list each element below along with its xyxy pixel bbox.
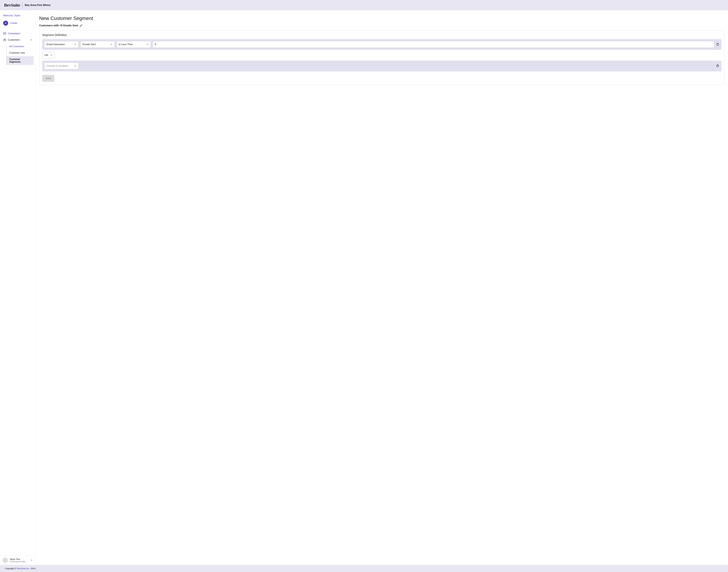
edit-icon[interactable] bbox=[80, 24, 82, 27]
app-logo: BevSuite bbox=[4, 3, 20, 8]
condition-row-1: Email Interaction Emails Sent Is Less Th… bbox=[42, 39, 721, 50]
plus-icon bbox=[3, 21, 8, 26]
sidebar-item-label: Campaigns bbox=[8, 32, 20, 35]
chevron-right-icon bbox=[30, 559, 33, 562]
trash-icon bbox=[716, 43, 719, 46]
main-content: New Customer Segment Customers with <5 E… bbox=[36, 10, 728, 565]
footer-suffix: 2023 bbox=[30, 567, 35, 570]
sidebar-item-customers[interactable]: Customers bbox=[0, 37, 35, 43]
create-button[interactable]: Create bbox=[3, 21, 32, 26]
condition-field-select[interactable]: Emails Sent bbox=[80, 41, 115, 48]
page-title: New Customer Segment bbox=[39, 15, 725, 21]
user-email: verylongname@e... bbox=[10, 560, 28, 563]
save-button[interactable]: Save bbox=[42, 75, 54, 82]
select-value: OR bbox=[45, 54, 49, 57]
condition-category-select[interactable]: Choose a Condition bbox=[44, 63, 79, 69]
svg-rect-4 bbox=[717, 44, 719, 46]
user-menu[interactable]: Taylor Test verylongname@e... bbox=[0, 555, 35, 565]
delete-condition-button[interactable] bbox=[716, 43, 719, 46]
footer: Copyright © BevSuite Inc. 2023 bbox=[0, 565, 728, 572]
chevron-down-icon bbox=[146, 43, 149, 46]
user-name: Taylor Test bbox=[10, 558, 28, 560]
subnav-all-customers[interactable]: All Customers bbox=[6, 44, 34, 50]
tenant-name: Bay Area Fine Wines bbox=[25, 4, 51, 7]
condition-category-select[interactable]: Email Interaction bbox=[44, 41, 79, 48]
segment-name: Customers with <5 Emails Sent bbox=[39, 24, 78, 27]
chevron-down-icon bbox=[74, 65, 76, 67]
chevron-down-icon bbox=[30, 39, 32, 41]
sidebar-item-label: Customers bbox=[8, 39, 20, 41]
chevron-down-icon bbox=[110, 43, 113, 46]
avatar bbox=[3, 558, 8, 563]
logic-operator-select[interactable]: OR bbox=[42, 52, 55, 59]
footer-brand-link[interactable]: BevSuite Inc. bbox=[17, 567, 30, 570]
select-placeholder: Choose a Condition bbox=[47, 65, 73, 67]
trash-icon bbox=[716, 65, 719, 67]
sidebar-nav: Campaigns Customers All Customers Custom… bbox=[0, 29, 35, 65]
welcome-text: Welcome, Taylor bbox=[0, 14, 35, 20]
segment-definition-card: Segment Definition Email Interaction Ema… bbox=[39, 30, 725, 85]
create-label: Create bbox=[10, 22, 17, 24]
customers-subnav: All Customers Customer Lists Customer Se… bbox=[6, 44, 34, 65]
mail-icon bbox=[3, 32, 6, 35]
card-title: Segment Definition bbox=[42, 33, 721, 37]
chevron-down-icon bbox=[50, 54, 53, 56]
select-value: Email Interaction bbox=[47, 43, 73, 46]
delete-condition-button[interactable] bbox=[716, 64, 719, 68]
select-value: Emails Sent bbox=[83, 43, 109, 46]
subnav-customer-segments[interactable]: Customer Segments bbox=[6, 56, 34, 65]
subnav-customer-lists[interactable]: Customer Lists bbox=[6, 50, 34, 56]
condition-operator-select[interactable]: Is Less Than bbox=[117, 41, 151, 48]
users-icon bbox=[3, 39, 6, 41]
condition-value-input[interactable] bbox=[153, 41, 714, 48]
sidebar: Welcome, Taylor Create Campaigns Cus bbox=[0, 10, 36, 565]
condition-row-2: Choose a Condition bbox=[42, 61, 721, 71]
footer-prefix: Copyright © bbox=[5, 567, 17, 570]
sidebar-item-campaigns[interactable]: Campaigns bbox=[0, 30, 35, 37]
svg-point-3 bbox=[4, 39, 5, 40]
chevron-down-icon bbox=[74, 43, 76, 46]
select-value: Is Less Than bbox=[119, 43, 145, 46]
app-header: BevSuite Bay Area Fine Wines bbox=[0, 0, 728, 10]
svg-rect-5 bbox=[717, 65, 719, 67]
